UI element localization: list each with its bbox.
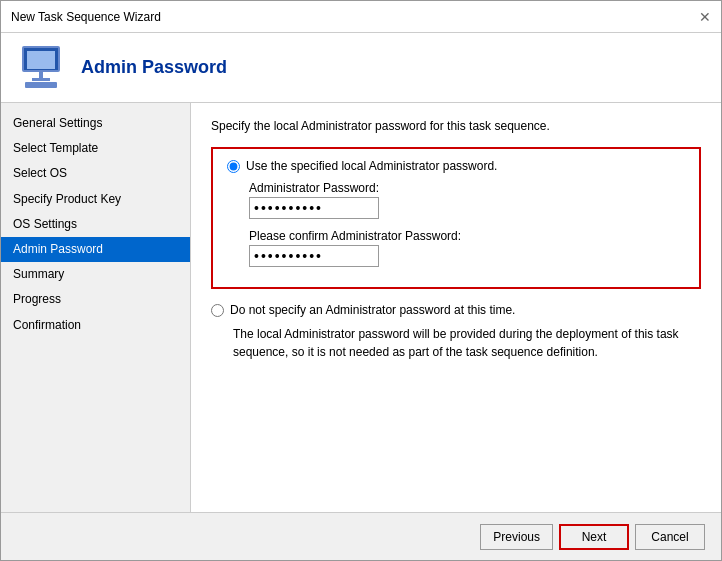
main-panel: Specify the local Administrator password… [191,103,721,512]
cancel-button[interactable]: Cancel [635,524,705,550]
previous-button[interactable]: Previous [480,524,553,550]
page-title: Admin Password [81,57,227,78]
option2-section: Do not specify an Administrator password… [211,303,701,361]
password-field-group: Administrator Password: [249,181,685,219]
title-bar: New Task Sequence Wizard ✕ [1,1,721,33]
sidebar-item-select-os[interactable]: Select OS [1,161,190,186]
confirm-label: Please confirm Administrator Password: [249,229,685,243]
description-text: Specify the local Administrator password… [211,119,701,133]
sidebar-item-general-settings[interactable]: General Settings [1,111,190,136]
close-button[interactable]: ✕ [699,10,711,24]
option1-box: Use the specified local Administrator pa… [211,147,701,289]
sidebar-item-summary[interactable]: Summary [1,262,190,287]
sidebar-item-confirmation[interactable]: Confirmation [1,313,190,338]
option2-radio[interactable] [211,304,224,317]
password-label: Administrator Password: [249,181,685,195]
header-icon [17,44,65,92]
sidebar: General Settings Select Template Select … [1,103,191,512]
next-button[interactable]: Next [559,524,629,550]
window-title: New Task Sequence Wizard [11,10,161,24]
footer: Previous Next Cancel [1,512,721,560]
admin-password-input[interactable] [249,197,379,219]
option2-radio-row: Do not specify an Administrator password… [211,303,701,317]
option2-description: The local Administrator password will be… [233,325,701,361]
sidebar-item-specify-product-key[interactable]: Specify Product Key [1,187,190,212]
option1-radio-row: Use the specified local Administrator pa… [227,159,685,173]
page-header: Admin Password [1,33,721,103]
sidebar-item-progress[interactable]: Progress [1,287,190,312]
option2-label[interactable]: Do not specify an Administrator password… [230,303,515,317]
option1-label[interactable]: Use the specified local Administrator pa… [246,159,497,173]
content-area: General Settings Select Template Select … [1,103,721,512]
wizard-window: New Task Sequence Wizard ✕ Admin Passwor… [0,0,722,561]
sidebar-item-os-settings[interactable]: OS Settings [1,212,190,237]
sidebar-item-admin-password[interactable]: Admin Password [1,237,190,262]
option1-radio[interactable] [227,160,240,173]
confirm-password-input[interactable] [249,245,379,267]
confirm-field-group: Please confirm Administrator Password: [249,229,685,267]
sidebar-item-select-template[interactable]: Select Template [1,136,190,161]
